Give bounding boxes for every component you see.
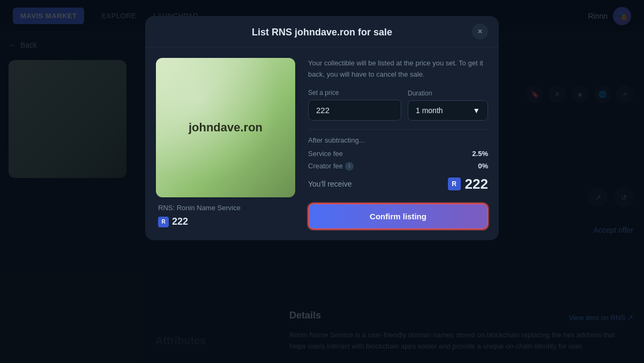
creator-fee-label-text: Creator fee — [308, 162, 343, 170]
nft-price-row: R 222 — [158, 216, 293, 227]
duration-label: Duration — [408, 90, 488, 97]
price-input[interactable] — [308, 100, 401, 121]
modal-header: List RNS johndave.ron for sale × — [145, 16, 499, 47]
info-icon: i — [345, 162, 354, 171]
creator-fee-value: 0% — [478, 162, 488, 170]
service-fee-row: Service fee 2.5% — [308, 150, 488, 158]
modal-close-button[interactable]: × — [472, 24, 488, 40]
duration-value: 1 month — [416, 106, 443, 115]
modal-left: johndave.ron RNS: Ronin Name Service R 2… — [156, 58, 295, 229]
duration-select-group: Duration 1 month ▼ — [408, 90, 488, 121]
duration-dropdown[interactable]: 1 month ▼ — [408, 100, 488, 121]
price-input-group: Set a price — [308, 89, 401, 121]
price-duration-row: Set a price Duration 1 month ▼ — [308, 89, 488, 121]
fee-section: After subtracting... Service fee 2.5% Cr… — [308, 129, 488, 192]
set-price-label: Set a price — [308, 89, 401, 97]
you-receive-row: You'll receive R 222 — [308, 176, 488, 192]
service-fee-label: Service fee — [308, 150, 343, 158]
modal-description: Your collectible will be listed at the p… — [308, 58, 488, 80]
you-receive-label: You'll receive — [308, 180, 352, 188]
ron-icon-large: R — [448, 177, 461, 190]
service-fee-label-text: Service fee — [308, 150, 343, 158]
nft-preview-domain: johndave.ron — [189, 121, 263, 135]
ron-icon-small: R — [158, 217, 169, 227]
modal-right: Your collectible will be listed at the p… — [308, 58, 488, 229]
you-receive-value-group: R 222 — [448, 176, 488, 192]
chevron-down-icon: ▼ — [473, 106, 480, 115]
creator-fee-row: Creator fee i 0% — [308, 162, 488, 171]
modal-title: List RNS johndave.ron for sale — [252, 27, 392, 38]
modal: List RNS johndave.ron for sale × johndav… — [145, 16, 499, 240]
modal-overlay: List RNS johndave.ron for sale × johndav… — [0, 0, 644, 363]
nft-price-value: 222 — [172, 216, 188, 227]
you-receive-amount: 222 — [465, 176, 488, 192]
creator-fee-label: Creator fee i — [308, 162, 354, 171]
after-subtracting-text: After subtracting... — [308, 136, 488, 144]
nft-preview: johndave.ron — [156, 58, 295, 197]
modal-body: johndave.ron RNS: Ronin Name Service R 2… — [145, 47, 499, 240]
nft-service-name: RNS: Ronin Name Service — [158, 204, 293, 212]
nft-info: RNS: Ronin Name Service R 222 — [156, 197, 295, 227]
confirm-listing-button[interactable]: Confirm listing — [308, 203, 488, 229]
service-fee-value: 2.5% — [472, 150, 488, 158]
